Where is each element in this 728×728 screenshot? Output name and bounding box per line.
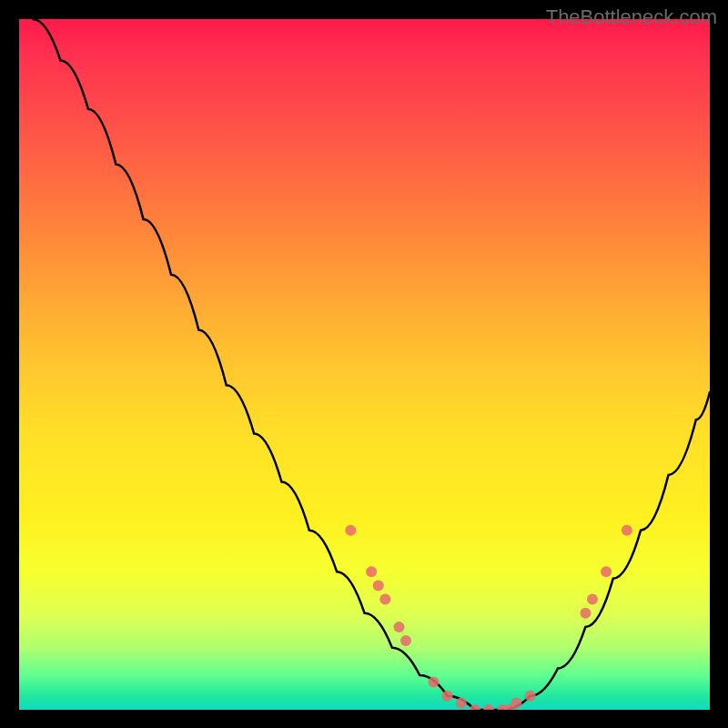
data-point (525, 691, 536, 702)
chart-svg (19, 19, 710, 710)
data-point (587, 594, 598, 605)
scatter-points-group (345, 525, 632, 710)
data-point (483, 704, 494, 710)
data-point (379, 594, 390, 605)
chart-plot-area (19, 19, 710, 710)
data-point (428, 677, 439, 688)
data-point (580, 608, 591, 619)
data-point (345, 525, 356, 536)
data-point (400, 635, 411, 646)
data-point (601, 566, 612, 577)
data-point (456, 697, 467, 708)
data-point (366, 566, 377, 577)
bottleneck-curve (33, 19, 710, 710)
watermark-text: TheBottleneck.com (546, 5, 717, 29)
data-point (511, 697, 522, 708)
data-point (622, 525, 632, 536)
data-point (373, 580, 384, 591)
data-point (442, 691, 453, 702)
data-point (394, 622, 405, 632)
